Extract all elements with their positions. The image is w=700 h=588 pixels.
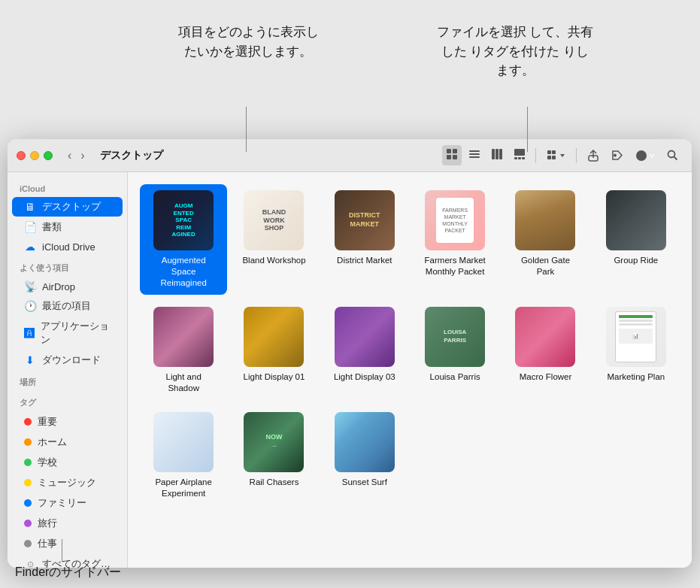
sidebar-label-applications: アプリケーション	[41, 320, 111, 347]
file-thumb-golden	[515, 190, 575, 250]
sidebar-item-icloud-drive[interactable]: ☁ iCloud Drive	[12, 238, 123, 256]
file-item-augmented[interactable]: AUGMENTEDSPACREIMAGINED Augmented Space …	[140, 184, 227, 295]
svg-point-21	[668, 151, 675, 158]
svg-rect-12	[518, 157, 521, 159]
divider1	[535, 148, 536, 163]
sidebar-item-tag-important[interactable]: 重要	[12, 412, 123, 432]
file-thumb-rail: NOW→	[244, 412, 304, 472]
sidebar-item-tag-travel[interactable]: 旅行	[12, 514, 123, 533]
file-item-light-shadow[interactable]: Light and Shadow	[140, 301, 227, 400]
file-label-light-shadow: Light and Shadow	[150, 371, 217, 394]
file-label-marketing: Marketing Plan	[607, 371, 665, 383]
file-thumb-group	[606, 190, 666, 250]
file-item-paper[interactable]: Paper Airplane Experiment	[140, 406, 227, 505]
svg-point-20	[636, 150, 647, 161]
sidebar-item-desktop[interactable]: 🖥 デスクトップ	[12, 197, 123, 217]
sidebar-item-tag-home[interactable]: ホーム	[12, 432, 123, 452]
sidebar-item-recents[interactable]: 🕐 最近の項目	[12, 296, 123, 316]
sidebar-section-tags: タグ	[8, 391, 127, 411]
sidebar-label-tag-important: 重要	[38, 415, 57, 429]
sidebar-label-tag-travel: 旅行	[38, 517, 57, 530]
search-button[interactable]	[662, 147, 683, 164]
sidebar-item-applications[interactable]: 🅰 アプリケーション	[12, 317, 123, 350]
sidebar-label-airdrop: AirDrop	[42, 281, 75, 292]
sidebar-item-tag-music[interactable]: ミュージック	[12, 473, 123, 493]
sidebar-item-documents[interactable]: 📄 書類	[12, 217, 123, 237]
group-button[interactable]	[542, 147, 570, 164]
close-button[interactable]	[17, 151, 26, 160]
sidebar-section-places: 場所	[8, 371, 127, 391]
svg-line-22	[674, 157, 677, 160]
file-grid: AUGMENTEDSPACREIMAGINED Augmented Space …	[128, 172, 692, 568]
file-item-group[interactable]: Group Ride	[592, 184, 680, 295]
file-label-farmers: Farmers Market Monthly Packet	[421, 255, 489, 277]
finder-window: ‹ › デスクトップ	[8, 139, 692, 568]
file-item-golden[interactable]: Golden Gate Park	[502, 184, 589, 295]
file-label-sunset: Sunset Surf	[342, 477, 387, 488]
tag-button[interactable]	[607, 147, 628, 165]
file-item-farmers[interactable]: FARMERSMARKETMONTHLYPACKET Farmers Marke…	[411, 184, 498, 295]
file-item-light01[interactable]: Light Display 01	[230, 301, 317, 400]
window-title: デスクトップ	[100, 149, 163, 162]
file-thumb-augmented: AUGMENTEDSPACREIMAGINED	[153, 190, 214, 250]
file-thumb-light01	[244, 307, 304, 367]
view-column-button[interactable]	[487, 145, 507, 165]
svg-rect-15	[552, 150, 556, 154]
file-item-district[interactable]: DISTRICTMARKET District Market	[321, 184, 408, 295]
file-label-paper: Paper Airplane Experiment	[150, 477, 217, 499]
tag-dot-work	[24, 540, 32, 547]
back-button[interactable]: ‹	[65, 147, 74, 164]
maximize-button[interactable]	[44, 151, 53, 160]
sidebar-item-airdrop[interactable]: 📡 AirDrop	[12, 277, 123, 296]
file-item-bland[interactable]: BLANDWORKSHOP Bland Workshop	[230, 184, 317, 295]
recents-icon: 🕐	[24, 300, 36, 312]
sidebar-label-downloads: ダウンロード	[42, 353, 101, 367]
sidebar-item-tag-work[interactable]: 仕事	[12, 534, 123, 553]
svg-rect-3	[453, 155, 457, 159]
file-thumb-marketing: 📊	[606, 307, 666, 367]
callout-area: 項目をどのように表示し たいかを選択します。 ファイルを選択 して、共有した り…	[128, 23, 639, 143]
action-button[interactable]	[631, 147, 659, 165]
view-list-button[interactable]	[465, 145, 484, 165]
file-label-light01: Light Display 01	[244, 371, 305, 383]
svg-rect-5	[469, 153, 480, 155]
file-label-group: Group Ride	[614, 255, 658, 266]
callout-left: 項目をどのように表示し たいかを選択します。	[173, 23, 323, 61]
view-icons-button[interactable]	[442, 145, 462, 165]
file-item-marketing[interactable]: 📊 Marketing Plan	[592, 301, 680, 400]
sidebar-item-downloads[interactable]: ⬇ ダウンロード	[12, 350, 123, 370]
file-label-district: District Market	[337, 255, 392, 266]
minimize-button[interactable]	[30, 151, 39, 160]
sidebar-label-tag-family: ファミリー	[38, 496, 86, 510]
file-item-sunset[interactable]: Sunset Surf	[321, 406, 408, 505]
file-item-louisa[interactable]: LOUISAPARRIS Louisa Parris	[411, 301, 498, 400]
share-button[interactable]	[583, 147, 604, 165]
view-gallery-button[interactable]	[510, 145, 529, 165]
svg-point-19	[614, 154, 616, 156]
sidebar-item-tag-family[interactable]: ファミリー	[12, 493, 123, 513]
bottom-callout-line	[62, 539, 62, 562]
airdrop-icon: 📡	[24, 280, 36, 292]
sidebar-item-tag-school[interactable]: 学校	[12, 453, 123, 472]
forward-button[interactable]: ›	[77, 147, 87, 164]
svg-rect-17	[552, 156, 556, 159]
file-label-rail: Rail Chasers	[250, 477, 299, 488]
desktop-icon: 🖥	[24, 201, 36, 213]
tag-dot-family	[24, 499, 32, 507]
sidebar-label-tag-home: ホーム	[38, 435, 67, 449]
file-item-macro[interactable]: Macro Flower	[502, 301, 589, 400]
file-item-rail[interactable]: NOW→ Rail Chasers	[230, 406, 317, 505]
file-thumb-paper	[153, 412, 214, 472]
file-thumb-bland: BLANDWORKSHOP	[244, 190, 304, 250]
applications-icon: 🅰	[24, 327, 35, 339]
file-item-light03[interactable]: Light Display 03	[321, 301, 408, 400]
sidebar-section-icloud: iCloud	[8, 178, 127, 196]
bottom-callout: Finderのサイドバー	[15, 565, 121, 580]
tag-dot-music	[24, 479, 32, 486]
sidebar-label-desktop: デスクトップ	[42, 200, 101, 214]
file-label-light03: Light Display 03	[334, 371, 395, 383]
tag-dot-travel	[24, 520, 32, 527]
file-thumb-light-shadow	[153, 307, 214, 367]
file-label-golden: Golden Gate Park	[511, 255, 579, 277]
svg-rect-9	[499, 149, 502, 159]
